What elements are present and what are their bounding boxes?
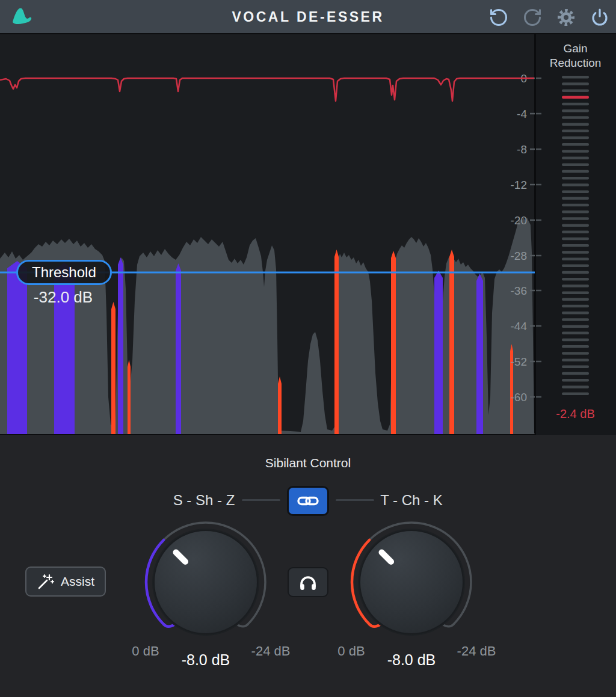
threshold-pill[interactable]: Threshold xyxy=(16,260,112,285)
redo-button[interactable] xyxy=(522,7,543,28)
level-display: 0-4-8-12-20-28-36-44-52-60 Threshold -32… xyxy=(0,34,616,435)
svg-text:-52: -52 xyxy=(511,355,527,368)
svg-text:-36: -36 xyxy=(511,284,527,297)
knob-min-label: 0 dB xyxy=(327,643,375,659)
threshold-label: Threshold xyxy=(32,264,96,281)
svg-text:-44: -44 xyxy=(511,320,528,333)
svg-text:-20: -20 xyxy=(511,214,527,227)
knob-max-label: -24 dB xyxy=(241,643,301,659)
magic-wand-icon xyxy=(37,573,55,591)
waveform-chart[interactable]: 0-4-8-12-20-28-36-44-52-60 xyxy=(0,34,616,435)
gain-reduction-value: -2.4 dB xyxy=(535,407,616,421)
threshold-value[interactable]: -32.0 dB xyxy=(21,288,105,307)
headphones-icon xyxy=(298,573,318,591)
link-bands-button[interactable] xyxy=(287,486,329,516)
svg-text:-12: -12 xyxy=(511,179,527,191)
undo-button[interactable] xyxy=(488,7,509,28)
svg-text:-28: -28 xyxy=(511,250,527,262)
gain-reduction-title: Gain Reduction xyxy=(535,41,616,70)
power-button[interactable] xyxy=(589,7,610,28)
gear-icon xyxy=(556,7,576,28)
title-bar: VOCAL DE-ESSER xyxy=(0,0,616,34)
assist-button[interactable]: Assist xyxy=(25,567,106,597)
knob-s-sh-z[interactable] xyxy=(140,516,272,648)
link-connector-left xyxy=(242,499,280,501)
right-band-label: T - Ch - K xyxy=(351,492,472,509)
chain-link-icon xyxy=(297,493,319,509)
svg-text:-4: -4 xyxy=(517,108,527,120)
redo-icon xyxy=(522,7,543,28)
svg-text:-8: -8 xyxy=(517,143,527,156)
assist-label: Assist xyxy=(61,574,94,589)
sibilant-control-panel: Sibilant Control S - Sh - Z T - Ch - K A… xyxy=(0,435,616,697)
knob-t-ch-k[interactable] xyxy=(345,516,478,648)
section-title: Sibilant Control xyxy=(0,456,616,470)
settings-button[interactable] xyxy=(555,7,576,28)
knob-value-s-sh-z[interactable]: -8.0 dB xyxy=(170,651,242,669)
undo-icon xyxy=(488,7,509,28)
knob-value-t-ch-k[interactable]: -8.0 dB xyxy=(375,651,448,669)
knob-min-label: 0 dB xyxy=(122,643,170,659)
power-icon xyxy=(590,7,610,28)
svg-text:-60: -60 xyxy=(511,391,527,404)
knob-max-label: -24 dB xyxy=(446,643,507,659)
sibilant-monitor-button[interactable] xyxy=(288,567,328,597)
